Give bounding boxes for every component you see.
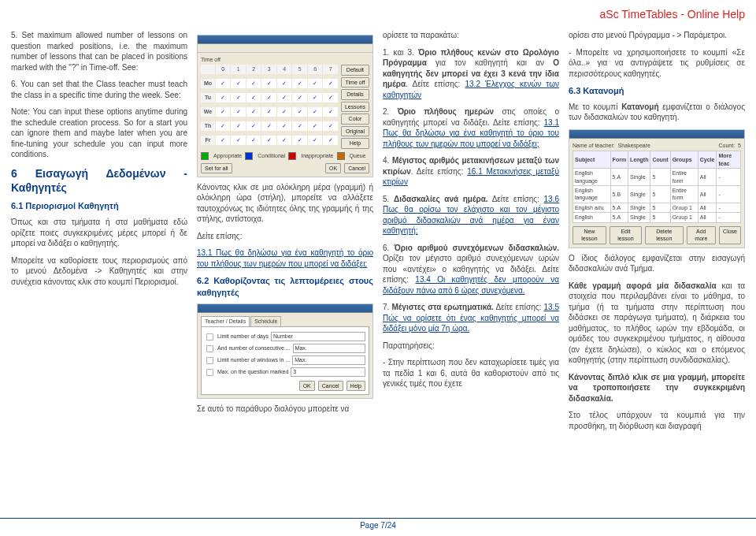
c1-p5: Μπορείτε να καθορίσετε τους περιορισμούς…	[11, 255, 187, 288]
btn-ok2[interactable]: OK	[299, 381, 315, 391]
legend-queue-icon	[337, 152, 345, 160]
c3-p5: 5. Διδασκαλίες ανά ημέρα. Δείτε επίσης: …	[383, 194, 559, 236]
link-13-1[interactable]: 13.1 Πως θα δηλώσω για ένα καθηγητή το ό…	[197, 248, 373, 268]
c1-p1: 5. Set maximum allowed number of lessons…	[11, 30, 187, 73]
row-th: Th	[201, 121, 215, 131]
c4-p0: ορίσει στο μενού Πρόγραμμα - > Παράμετρο…	[569, 30, 745, 41]
schedule-grid: 0 1 2 3 4 5 6 7 Mo ✓✓✓✓✓✓✓✓ Tu ✓✓✓✓✓✓✓✓ …	[201, 65, 338, 148]
c4-p2: Με το κουμπί Κατανομή εμφανίζεται ο διάλ…	[569, 102, 745, 123]
c1-p3: Note: You can input these options anytim…	[11, 106, 187, 160]
btn-cancel[interactable]: Cancel	[344, 163, 369, 173]
c1-p4: Όπως και στα τμήματα ή στα μαθήματα εδώ …	[11, 217, 187, 249]
val-teacher-name: Shakespeare	[618, 142, 650, 149]
legend-appropriate-icon	[201, 152, 209, 160]
tab-schedule[interactable]: Schedule	[250, 316, 281, 326]
col-h-7: 7	[323, 65, 338, 74]
c1-p2: 6. You can set that the Class teacher mu…	[11, 79, 187, 100]
bottom-buttons: Set for all OK Cancel	[201, 163, 369, 173]
btn-lessons[interactable]: Lessons	[341, 102, 369, 112]
section-6-heading: 6 Εισαγωγή Δεδομένων - Καθηγητές	[11, 166, 187, 196]
btn-edit-lesson[interactable]: Edit lesson	[610, 226, 642, 244]
lbl-teacher-name: Name of teacher:	[573, 142, 615, 149]
btn-set-all[interactable]: Set for all	[201, 163, 232, 173]
row-mo: Mo	[201, 79, 215, 88]
screenshot-teacher-details: Teacher / Details Schedule Limit number …	[197, 303, 373, 399]
btn-default[interactable]: Default	[341, 65, 369, 75]
row-tu: Tu	[201, 93, 215, 102]
col-h-0: 0	[216, 65, 230, 74]
btn-details[interactable]: Details	[341, 89, 369, 99]
ss-toolbar	[198, 44, 372, 53]
row-we: We	[201, 107, 215, 117]
th-cycle: Cycle	[698, 151, 717, 169]
col-h-2: 2	[246, 65, 261, 74]
field-max1[interactable]: Max.	[293, 344, 365, 353]
c4-p4: Κάθε γραμμή αφορά μία διδασκαλία και τα …	[569, 281, 745, 366]
side-button-stack: Default Time off Details Lessons Color O…	[341, 65, 369, 148]
c3-p0: ορίσετε τα παρακάτω:	[383, 30, 559, 41]
btn-help[interactable]: Help	[341, 138, 369, 148]
c2-p2: Δείτε επίσης:	[197, 231, 373, 242]
legend-inappropriate-icon	[288, 152, 296, 160]
c4-p5: Κάνοντας διπλό κλικ σε μια γραμμή, μπορε…	[569, 372, 745, 404]
btn-delete-lesson[interactable]: Delete lesson	[645, 226, 684, 244]
column-2: Time off 0 1 2 3 4 5 6 7 Mo ✓✓✓✓✓✓✓✓	[197, 30, 373, 437]
screenshot-contract: Name of teacher: Shakespeare Count: 5 Su…	[569, 129, 745, 248]
btn-original[interactable]: Original	[341, 126, 369, 136]
th-length: Length	[628, 151, 650, 169]
column-3: ορίσετε τα παρακάτω: 1. και 3. Όριο πλήθ…	[383, 30, 559, 437]
th-count: Count	[650, 151, 670, 169]
val-count: 5	[738, 142, 741, 149]
th-form: Form	[610, 151, 628, 169]
c4-p1: - Μπορείτε να χρησιμοποιήσετε το κουμπί …	[569, 47, 745, 80]
ss-window-titlebar	[198, 35, 372, 44]
legend-conditional-icon	[245, 152, 253, 160]
table-row[interactable]: English language5.BSingle5Entire formAll…	[573, 186, 741, 203]
table-row[interactable]: English language5.ASingle5Entire formAll…	[573, 169, 741, 186]
c4-p3: Ο ίδιος διάλογος εμφανίζεται στην εισαγω…	[569, 253, 745, 274]
btn-color[interactable]: Color	[341, 114, 369, 124]
tab-teacher-details[interactable]: Teacher / Details	[201, 316, 250, 326]
chk-question[interactable]	[206, 369, 213, 376]
c4-p6: Στο τέλος υπάρχουν τα κουμπιά για την πρ…	[569, 410, 745, 431]
column-1: 5. Set maximum allowed number of lessons…	[11, 30, 187, 437]
column-4: ορίσει στο μενού Πρόγραμμα - > Παράμετρο…	[569, 30, 745, 437]
table-row[interactable]: English adv.5.ASingle5Group 1All-	[573, 203, 741, 212]
section-6-1-heading: 6.1 Περιορισμοί Καθηγητή	[11, 200, 187, 212]
th-subject: Subject	[573, 151, 611, 169]
contract-table: Subject Form Length Count Groups Cycle M…	[573, 151, 741, 223]
c2-p1: Κάνοντας κλικ σε μια ολόκληρη μέρα (γραμ…	[197, 182, 373, 225]
c3-p6: 6. Όριο αριθμού συνεχόμενων διδασκαλιών.…	[383, 243, 559, 296]
c3-p2: 2. Όριο πλήθους ημερών στις οποίες ο καθ…	[383, 106, 559, 149]
btn-timeoff[interactable]: Time off	[341, 77, 369, 87]
field-number[interactable]: Number	[271, 332, 365, 341]
col-h-6: 6	[308, 65, 322, 74]
field-max2[interactable]: Max.	[292, 355, 365, 365]
screenshot-timeoff: Time off 0 1 2 3 4 5 6 7 Mo ✓✓✓✓✓✓✓✓	[197, 35, 373, 177]
chk-windows[interactable]	[206, 357, 213, 364]
btn-help2[interactable]: Help	[346, 381, 365, 391]
header-title: aSc TimeTables - Online Help	[600, 8, 745, 20]
btn-add-more[interactable]: Add more	[687, 226, 717, 244]
legend-row: Appropriate Conditional Inappropriate Qu…	[201, 152, 369, 160]
c3-p8: Παρατηρήσεις:	[383, 341, 559, 352]
btn-ok[interactable]: OK	[325, 163, 341, 173]
section-6-2-heading: 6.2 Καθορίζοντας τις λεπτομέρειες στους …	[197, 275, 373, 299]
table-row[interactable]: English5.ASingle5Group 1All-	[573, 213, 741, 222]
btn-close[interactable]: Close	[719, 226, 741, 244]
btn-cancel2[interactable]: Cancel	[318, 381, 343, 391]
c3-p4: 4. Μέγιστος αριθμός μετακινήσεων μεταξύ …	[383, 155, 559, 188]
c3-p9: - Στην περίπτωση που δεν καταχωρίσετε τι…	[383, 357, 559, 389]
th-groups: Groups	[670, 151, 698, 169]
col-h-5: 5	[292, 65, 307, 74]
field-q[interactable]: 3	[291, 367, 365, 377]
col-h-3: 3	[261, 65, 276, 74]
btn-new-lesson[interactable]: New lesson	[573, 226, 606, 244]
legend-appropriate: Appropriate	[213, 152, 242, 159]
chk-consecutive[interactable]	[206, 345, 213, 352]
c3-p1: 1. και 3. Όριο πλήθους κενών στο Ωρολόγι…	[383, 47, 559, 101]
chk-limit-days[interactable]	[206, 333, 213, 341]
col-h-1: 1	[231, 65, 245, 74]
ss3-titlebar	[569, 130, 744, 139]
row-fr: Fr	[201, 136, 215, 145]
